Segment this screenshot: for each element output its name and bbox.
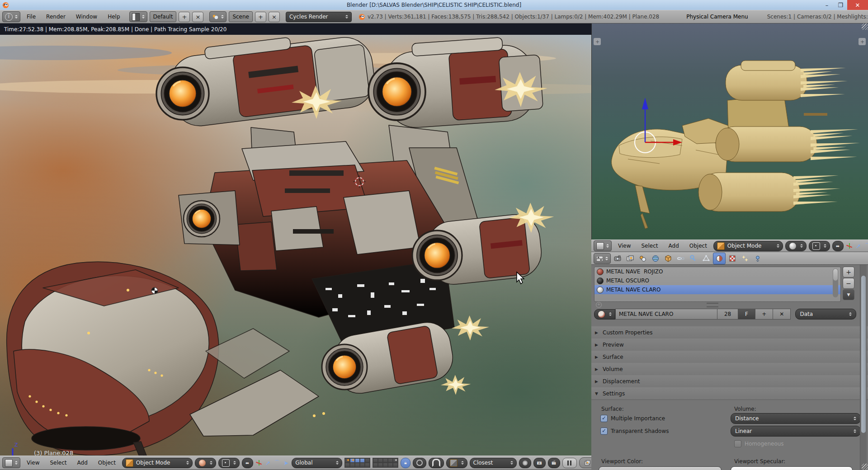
tab-physics[interactable]	[752, 253, 764, 264]
physical-camera-menu[interactable]: Physical Camera Menu	[682, 14, 752, 20]
panel-custom-properties[interactable]: ▶ Custom Properties ········	[591, 326, 868, 339]
maximize-button[interactable]: ❐	[834, 0, 847, 9]
scale-manipulator-icon[interactable]: ➤	[283, 460, 289, 466]
properties-scrollbar[interactable]	[860, 265, 867, 470]
translate-arrow-icon[interactable]: ➚	[264, 460, 271, 466]
pivot-point-select[interactable]	[218, 458, 240, 468]
scene-icon-button[interactable]	[209, 11, 226, 22]
viewport-shading-select[interactable]	[785, 241, 807, 251]
render-layer-field[interactable]: RenderLayer	[579, 457, 591, 468]
menu-object[interactable]: Object	[94, 460, 120, 466]
lock-to-scene-toggle[interactable]: 🔒︎	[401, 458, 410, 468]
translate-manipulator-icon[interactable]	[846, 243, 853, 249]
homogeneous-checkbox[interactable]: Homogeneous	[734, 440, 784, 447]
menu-select[interactable]: Select	[46, 460, 71, 466]
tab-render-layers[interactable]	[624, 253, 636, 264]
pivot-point-select[interactable]	[809, 241, 830, 251]
tab-material[interactable]	[713, 253, 726, 264]
mode-select[interactable]: Object Mode	[713, 241, 783, 251]
unlink-material-button[interactable]: ✕	[773, 309, 791, 320]
tab-data[interactable]	[700, 253, 712, 264]
datablock-link-select[interactable]: Data	[795, 309, 856, 320]
secondary-3d-viewport[interactable]: + +	[591, 24, 868, 240]
layer-cell[interactable]	[378, 463, 383, 467]
minimize-button[interactable]: –	[820, 0, 834, 9]
screen-layout-field[interactable]: Default	[150, 11, 177, 22]
transparent-shadows-checkbox[interactable]: ✓ Transparent Shadows	[600, 428, 669, 435]
layer-cell[interactable]	[345, 463, 350, 467]
panel-displacement[interactable]: ▶ Displacement ········	[591, 375, 868, 388]
layer-cell[interactable]	[365, 463, 370, 467]
add-material-slot-button[interactable]: +	[843, 267, 854, 277]
layer-cell[interactable]	[378, 458, 383, 463]
add-scene-button[interactable]: +	[255, 12, 266, 22]
material-users-count[interactable]: 28	[717, 309, 738, 320]
tab-object[interactable]	[662, 253, 674, 264]
render-engine-select[interactable]: Cycles Render	[286, 12, 352, 22]
render-opengl-anim-button[interactable]: 🎬︎	[548, 458, 560, 468]
material-slot-selected[interactable]: METAL NAVE CLARO	[594, 285, 840, 294]
panel-preview[interactable]: ▶ Preview ········	[591, 338, 868, 351]
material-specials-menu[interactable]: ▼	[843, 289, 854, 300]
editor-type-button[interactable]: i	[2, 11, 20, 22]
layer-cell[interactable]	[355, 463, 360, 467]
layer-cell[interactable]	[350, 458, 355, 463]
resize-grip[interactable]	[862, 24, 868, 30]
layer-cell[interactable]	[365, 458, 370, 463]
material-slot-list[interactable]: METAL NAVE ROJIZO METAL OSCURO METAL NAV…	[594, 267, 841, 302]
delete-layout-button[interactable]: ×	[192, 12, 203, 22]
panel-settings[interactable]: ▼ Settings ········	[591, 387, 868, 400]
menu-help[interactable]: Help	[104, 14, 124, 20]
screen-layout-icon-button[interactable]	[129, 11, 147, 22]
scene-name-field[interactable]: Scene	[229, 11, 253, 22]
menu-file[interactable]: File	[23, 14, 40, 20]
tab-render[interactable]	[612, 253, 623, 264]
material-name-field[interactable]: METAL NAVE CLARO	[615, 309, 717, 320]
tab-modifiers[interactable]	[688, 253, 699, 264]
viewport-shading-select[interactable]	[195, 458, 216, 468]
layer-cell[interactable]	[345, 458, 350, 463]
snap-element-select[interactable]	[446, 458, 467, 468]
layer-cell[interactable]	[393, 463, 398, 467]
viewport-specular-swatch[interactable]	[731, 466, 853, 470]
multiple-importance-checkbox[interactable]: ✓ Multiple Importance	[600, 415, 665, 422]
tab-world[interactable]	[650, 253, 661, 264]
menu-render[interactable]: Render	[42, 14, 70, 20]
material-slot[interactable]: METAL NAVE ROJIZO	[594, 267, 840, 276]
proportional-edit-toggle[interactable]	[413, 458, 426, 468]
checkbox-icon[interactable]	[734, 440, 741, 447]
layer-cell[interactable]	[393, 458, 398, 463]
layer-grid-2[interactable]	[373, 458, 398, 468]
layer-cell[interactable]	[388, 463, 393, 467]
snap-peel-toggle[interactable]	[519, 458, 531, 468]
manipulator-toggle[interactable]: ⬌	[832, 241, 844, 251]
material-preview-button[interactable]	[594, 309, 615, 320]
remove-material-slot-button[interactable]: −	[843, 278, 854, 289]
layer-cell[interactable]	[388, 458, 393, 463]
translate-arrow-icon[interactable]: ➚	[855, 243, 862, 249]
menu-select[interactable]: Select	[637, 243, 662, 249]
checkbox-icon[interactable]: ✓	[600, 415, 608, 422]
tab-texture[interactable]	[726, 253, 738, 264]
rotate-manipulator-icon[interactable]: ⌒	[864, 243, 868, 249]
volume-interpolation-select[interactable]: Linear	[731, 426, 861, 437]
menu-view[interactable]: View	[23, 460, 43, 466]
checkbox-icon[interactable]: ✓	[600, 428, 608, 435]
panel-volume[interactable]: ▶ Volume ········	[591, 363, 868, 376]
mode-select[interactable]: Object Mode	[122, 458, 193, 468]
panel-surface[interactable]: ▶ Surface ········	[591, 351, 868, 363]
menu-window[interactable]: Window	[72, 14, 101, 20]
layer-cell[interactable]	[373, 458, 378, 463]
menu-add[interactable]: Add	[665, 243, 683, 249]
snap-target-select[interactable]: Closest	[470, 458, 517, 468]
snap-toggle[interactable]	[429, 458, 444, 468]
translate-manipulator-icon[interactable]	[255, 460, 262, 466]
layer-cell[interactable]	[350, 463, 355, 467]
layer-cell[interactable]	[383, 458, 388, 463]
tab-constraints[interactable]	[675, 253, 687, 264]
menu-add[interactable]: Add	[73, 460, 92, 466]
material-slot[interactable]: METAL OSCURO	[594, 276, 840, 285]
list-resize-grip[interactable]	[707, 303, 718, 307]
resize-grip[interactable]	[862, 464, 868, 470]
tab-scene[interactable]	[637, 253, 649, 264]
